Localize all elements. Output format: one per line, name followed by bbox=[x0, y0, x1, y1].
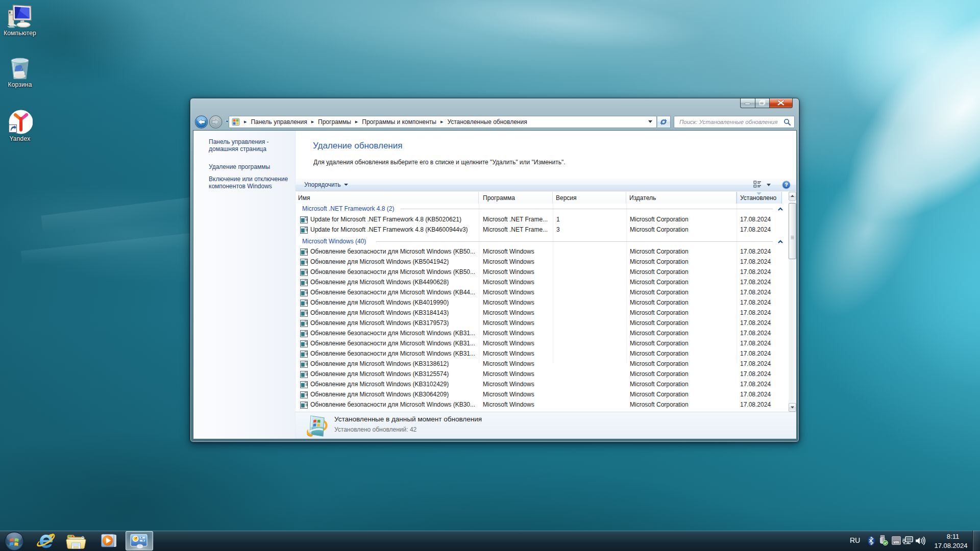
svg-text:?: ? bbox=[785, 182, 788, 188]
svg-text:vm: vm bbox=[894, 540, 899, 544]
